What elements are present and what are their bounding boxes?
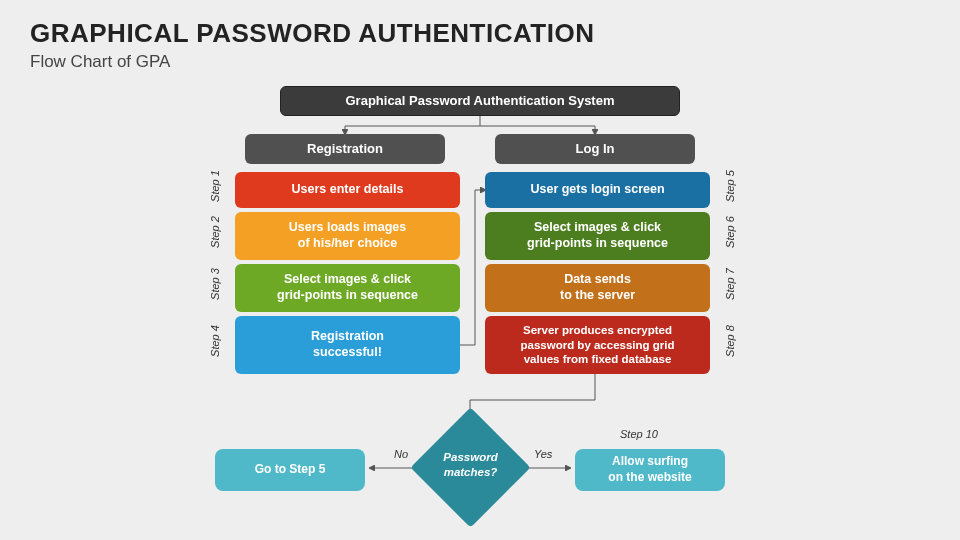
step-4: Registrationsuccessful! [235, 316, 460, 374]
step-label-1: Step 1 [209, 166, 221, 206]
header-registration: Registration [245, 134, 445, 164]
step-label-2: Step 2 [209, 212, 221, 252]
step-label-10: Step 10 [620, 428, 658, 440]
page-title: GRAPHICAL PASSWORD AUTHENTICATION [30, 18, 594, 49]
step-label-8: Step 8 [724, 321, 736, 361]
system-box: Graphical Password Authentication System [280, 86, 680, 116]
step-7: Data sendsto the server [485, 264, 710, 312]
decision-text: Passwordmatches? [398, 450, 543, 480]
step-3: Select images & clickgrid-points in sequ… [235, 264, 460, 312]
decision-no-label: No [394, 448, 408, 460]
step-2: Users loads imagesof his/her choice [235, 212, 460, 260]
step-label-3: Step 3 [209, 264, 221, 304]
step-label-6: Step 6 [724, 212, 736, 252]
step-label-4: Step 4 [209, 321, 221, 361]
step-5: User gets login screen [485, 172, 710, 208]
header-login: Log In [495, 134, 695, 164]
outcome-no: Go to Step 5 [215, 449, 365, 491]
step-6: Select images & clickgrid-points in sequ… [485, 212, 710, 260]
outcome-yes: Allow surfingon the website [575, 449, 725, 491]
step-label-5: Step 5 [724, 166, 736, 206]
decision-yes-label: Yes [534, 448, 552, 460]
step-8: Server produces encryptedpassword by acc… [485, 316, 710, 374]
step-label-7: Step 7 [724, 264, 736, 304]
step-1: Users enter details [235, 172, 460, 208]
page-subtitle: Flow Chart of GPA [30, 52, 170, 72]
